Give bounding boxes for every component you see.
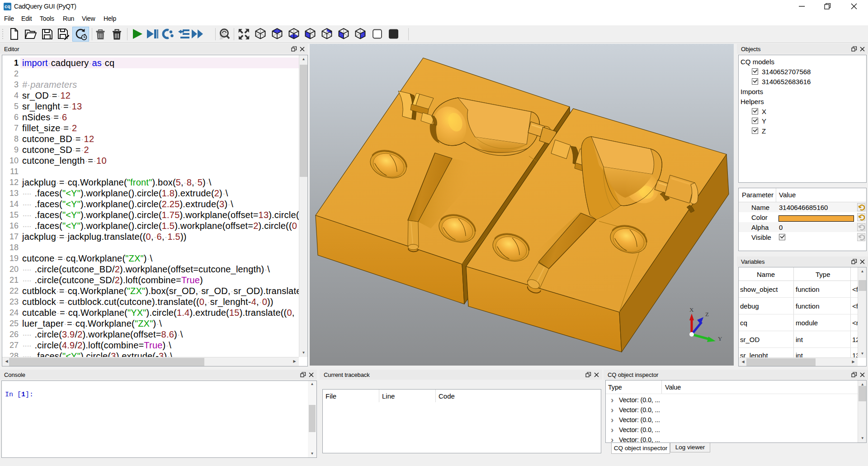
svg-text:X: X bbox=[689, 306, 694, 313]
svg-text:Y: Y bbox=[718, 335, 722, 342]
svg-text:Z: Z bbox=[705, 311, 709, 318]
